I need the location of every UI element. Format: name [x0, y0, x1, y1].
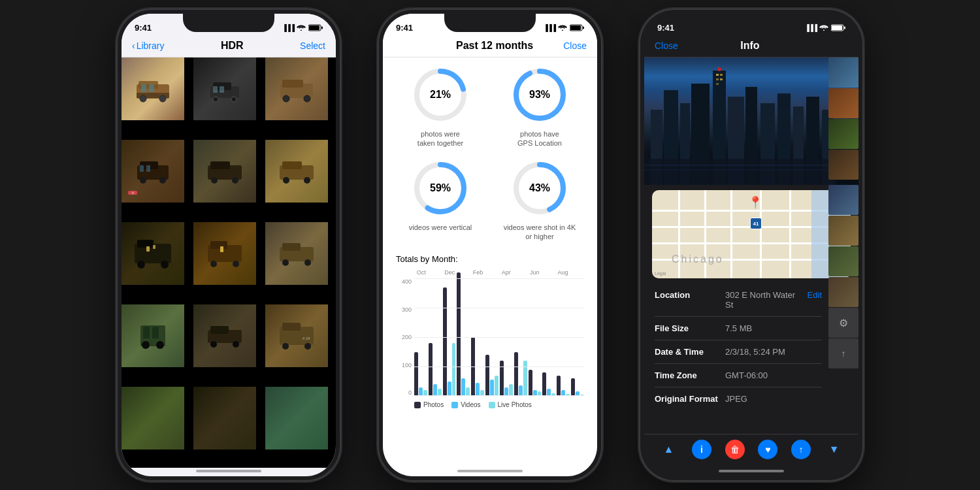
bar-videos-jan [461, 378, 465, 396]
thumb-2[interactable] [828, 88, 858, 118]
gear-icon: ⚙ [839, 317, 848, 329]
svg-point-42 [210, 261, 217, 267]
photo-cell[interactable] [265, 140, 328, 203]
photo-cell[interactable] [193, 222, 256, 285]
photo-cell[interactable] [193, 140, 256, 203]
bar-videos-aug [561, 390, 565, 396]
info-row-location: Location 302 E North Water St Edit [655, 284, 822, 317]
bar-live-jan [466, 387, 470, 397]
bar-videos-nov [433, 384, 437, 396]
info-icon: i [700, 444, 703, 455]
road-v5 [789, 190, 791, 278]
photo-cell[interactable] [193, 304, 256, 367]
svg-rect-85 [720, 78, 723, 80]
route-shield: 41 [750, 218, 762, 229]
bar-photos-apr [500, 361, 504, 396]
svg-rect-9 [149, 84, 154, 92]
svg-rect-41 [210, 241, 227, 249]
svg-point-32 [283, 177, 289, 184]
chart-x-labels: Oct Dec Feb Apr Jun Aug [396, 269, 584, 276]
svg-point-19 [304, 95, 310, 102]
thumb-3[interactable] [828, 119, 858, 149]
svg-rect-35 [137, 240, 154, 248]
share-button[interactable]: ↑ [791, 440, 811, 459]
photo-cell[interactable]: ① [122, 140, 184, 203]
chart-title: Totals by Month: [396, 254, 584, 264]
donut-grid: 21% photos weretaken together 93% [396, 65, 584, 241]
trash-button[interactable]: 🗑 [725, 440, 745, 459]
wifi-icon-1 [297, 24, 306, 31]
info-row-format: Original Format JPEG [655, 387, 822, 410]
location-value: 302 E North Water St [725, 290, 802, 310]
photo-cell[interactable] [193, 57, 256, 120]
photo-cell[interactable] [122, 387, 184, 449]
svg-point-29 [232, 177, 238, 184]
thumb-share[interactable]: ↑ [828, 338, 858, 368]
road-v3 [730, 190, 732, 278]
select-button[interactable]: Select [300, 41, 325, 51]
bar-group-may [514, 352, 527, 397]
thumb-5[interactable] [828, 185, 858, 215]
phone-info: 9:41 ▐▐▐ Close Info [640, 10, 862, 480]
bar-videos-jul [547, 389, 551, 396]
stat-videos-4k: 43% videos were shot in 4Kor higher [495, 159, 584, 242]
location-edit-button[interactable]: Edit [808, 290, 822, 300]
phone2-screen: 9:41 ▐▐▐ x Past 12 months Close [383, 14, 597, 476]
map-view[interactable]: 41 📍 Chicago Legal [652, 190, 851, 278]
library-back-button[interactable]: ‹ Library [132, 41, 164, 51]
svg-rect-55 [210, 326, 229, 334]
bar-live-mar [495, 376, 498, 397]
home-indicator-1 [196, 470, 261, 472]
thumb-8[interactable] [828, 277, 858, 307]
info-button[interactable]: i [692, 440, 711, 459]
thumb-1[interactable] [828, 57, 858, 88]
y-label-100: 100 [402, 362, 412, 368]
svg-point-43 [233, 261, 239, 267]
chart-legend: Photos Videos Live Photos [396, 401, 584, 408]
photo-cell[interactable] [265, 222, 328, 285]
map-pin: 📍 [748, 195, 762, 210]
thumb-6[interactable] [828, 216, 858, 246]
thumb-4[interactable] [828, 150, 858, 180]
photo-cell[interactable]: # 24 [265, 304, 328, 367]
format-value: JPEG [725, 394, 822, 404]
share-arrow-icon: ↑ [798, 444, 803, 455]
svg-point-23 [159, 177, 166, 184]
page-title-2: Past 12 months [456, 40, 533, 52]
bar-group-sep [571, 378, 584, 396]
photo-cell[interactable] [122, 222, 184, 285]
donut-chart-4: 43% [510, 159, 569, 218]
bar-group-apr [500, 361, 513, 396]
photo-cell[interactable] [193, 387, 256, 449]
donut-percent-2: 93% [529, 89, 550, 101]
bar-live-feb [480, 390, 484, 396]
share-icon: ↑ [841, 348, 846, 359]
stat-videos-vertical: 59% videos were vertical [396, 159, 485, 242]
legend-dot-photos [414, 402, 421, 408]
bottom-toolbar: ▲ i 🗑 ♥ ↑ ▼ [644, 434, 858, 465]
svg-rect-39 [153, 245, 155, 249]
bar-group-feb [471, 337, 484, 396]
bar-photos-sep [571, 378, 575, 396]
svg-point-87 [717, 67, 721, 71]
photo-cell[interactable] [265, 57, 328, 120]
thumb-gear[interactable]: ⚙ [828, 308, 858, 338]
heart-button[interactable]: ♥ [758, 440, 777, 459]
photo-cell[interactable] [122, 57, 184, 120]
close-button-2[interactable]: Close [563, 41, 587, 51]
stat-photos-together: 21% photos weretaken together [396, 65, 485, 148]
close-button-3[interactable]: Close [655, 41, 678, 51]
photo-cell[interactable] [265, 387, 328, 449]
bar-photos-dec [443, 287, 447, 397]
chevron-up-button[interactable]: ▲ [659, 440, 678, 459]
signal-icon-3: ▐▐▐ [805, 24, 817, 31]
status-time-2: 9:41 [396, 23, 413, 33]
chevron-down-button[interactable]: ▼ [825, 440, 844, 459]
legend-dot-videos [451, 402, 458, 408]
photo-cell[interactable] [122, 304, 184, 367]
thumb-7[interactable] [828, 246, 858, 276]
donut-percent-4: 43% [529, 182, 550, 194]
svg-rect-27 [210, 161, 230, 169]
bar-videos-apr [504, 387, 508, 397]
bar-live-nov [438, 389, 442, 396]
